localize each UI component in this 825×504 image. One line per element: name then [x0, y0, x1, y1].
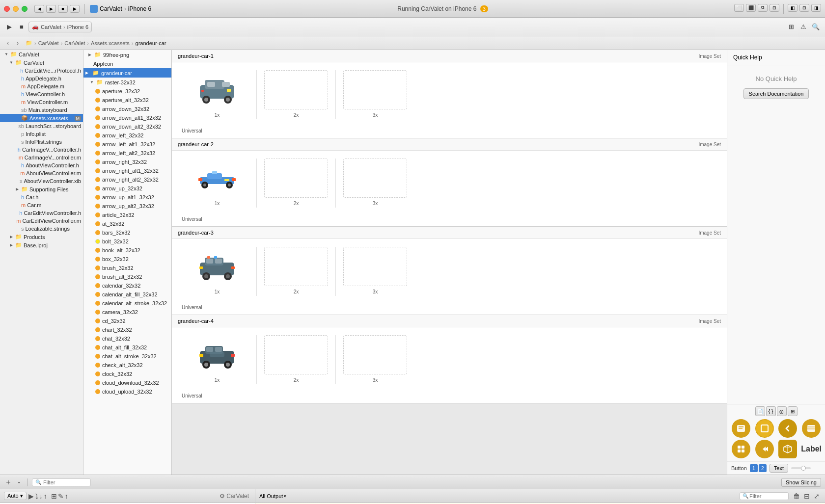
debug-btn[interactable]: ⊟ — [799, 4, 809, 12]
obj-item-collectionvc[interactable] — [730, 440, 752, 458]
obj-item-cube[interactable] — [777, 440, 799, 458]
asset-slot-3x-2[interactable]: 3x — [336, 159, 414, 206]
file-item-brush-alt[interactable]: brush_alt_32x32 — [83, 272, 171, 281]
sidebar-item-appdelegate-h[interactable]: h AppDelegate.h — [0, 75, 83, 82]
file-item-chat[interactable]: chat_32x32 — [83, 334, 171, 343]
toolbar-search-btn[interactable]: 🔍 — [810, 22, 821, 32]
file-item-check-alt[interactable]: check_alt_32x32 — [83, 361, 171, 370]
maximize-button[interactable] — [22, 6, 28, 12]
num-1-box[interactable]: 1 — [750, 464, 758, 472]
step-out-btn[interactable]: ↑ — [44, 492, 47, 500]
file-item-arrow-right-alt2[interactable]: arrow_right_alt2_32x32 — [83, 175, 171, 184]
asset-slot-2x-1[interactable]: 2x — [257, 70, 335, 118]
step-over-btn[interactable]: ⤵ — [35, 492, 38, 500]
slider-control[interactable] — [791, 467, 811, 469]
file-item-cloud-download[interactable]: cloud_download_32x32 — [83, 378, 171, 387]
obj-tab-curly[interactable]: { } — [766, 406, 776, 416]
sidebar-item-assets[interactable]: 📦 Assets.xcassets M — [0, 114, 83, 122]
output-filter-input[interactable] — [749, 493, 786, 499]
navigator-btn[interactable]: ◧ — [788, 4, 798, 12]
sidebar-item-carimagevc-m[interactable]: m CarImageV...ontroller.m — [0, 154, 83, 161]
sidebar-item-aboutvc-h[interactable]: h AboutViewController.h — [0, 161, 83, 169]
sidebar-item-appdelegate-m[interactable]: m AppDelegate.m — [0, 82, 83, 90]
sidebar-item-launch[interactable]: sb LaunchScr...storyboard — [0, 122, 83, 130]
file-item-bolt[interactable]: bolt_32x32 — [83, 237, 171, 246]
fullscreen-btn[interactable]: ⤢ — [812, 492, 821, 501]
file-item-box[interactable]: box_32x32 — [83, 255, 171, 264]
file-item-calendar-alt-fill[interactable]: calendar_alt_fill_32x32 — [83, 290, 171, 299]
sidebar-item-info-plist[interactable]: p Info.plist — [0, 130, 83, 138]
sidebar-item-supporting-files[interactable]: 📁 Supporting Files — [0, 185, 83, 193]
file-item-camera[interactable]: camera_32x32 — [83, 308, 171, 317]
breadcrumb-item-1[interactable]: CarValet — [38, 40, 59, 46]
file-item-cloud-upload[interactable]: cloud_upload_32x32 — [83, 387, 171, 396]
file-item-chart[interactable]: chart_32x32 — [83, 325, 171, 334]
stop-btn[interactable]: ■ — [58, 5, 68, 13]
asset-slot-3x-3[interactable]: 3x — [336, 247, 414, 294]
sidebar-item-products[interactable]: 📁 Products — [0, 233, 83, 241]
file-item-arrow-down[interactable]: arrow_down_32x32 — [83, 105, 171, 113]
sidebar-item-main-storyboard[interactable]: sb Main.storyboard — [0, 106, 83, 114]
assistant-btn[interactable]: ⧉ — [758, 4, 768, 12]
obj-tab-file[interactable]: 📄 — [755, 406, 765, 416]
sidebar-item-aboutvc-m[interactable]: m AboutViewController.m — [0, 169, 83, 177]
stop-run-btn[interactable]: ■ — [16, 22, 27, 32]
obj-tab-grid[interactable]: ⊞ — [788, 406, 798, 416]
run-btn[interactable]: ▶ — [4, 22, 15, 32]
sidebar-item-viewcontroller-m[interactable]: m ViewController.m — [0, 98, 83, 106]
asset-slot-3x-4[interactable]: 3x — [336, 335, 414, 383]
asset-slot-1x-4[interactable]: 1x — [178, 335, 256, 383]
asset-slot-2x-3[interactable]: 2x — [257, 247, 335, 294]
asset-slot-1x-3[interactable]: 1x — [178, 247, 256, 294]
file-item-arrow-down-alt2[interactable]: arrow_down_alt2_32x32 — [83, 122, 171, 131]
file-item-calendar[interactable]: calendar_32x32 — [83, 281, 171, 290]
file-group-grandeur-car[interactable]: ▶ 📁 grandeur-car — [83, 68, 171, 78]
file-item-cd[interactable]: cd_32x32 — [83, 317, 171, 325]
breadcrumb-item-3[interactable]: Assets.xcassets — [91, 40, 130, 46]
remove-asset-button[interactable]: - — [15, 478, 24, 487]
sidebar-item-careditvc-m[interactable]: m CarEditViewController.m — [0, 217, 83, 225]
sidebar-item-carimagevc-h[interactable]: h CarImageV...Controller.h — [0, 146, 83, 154]
file-item-arrow-right[interactable]: arrow_right_32x32 — [83, 158, 171, 166]
asset-slot-1x-1[interactable]: 1x — [178, 70, 256, 118]
file-item-appicon[interactable]: AppIcon — [83, 59, 171, 68]
play-btn[interactable]: ▶ — [70, 5, 80, 13]
file-group-raster[interactable]: 📁 raster-32x32 — [83, 78, 171, 87]
sidebar-item-careditvc-h[interactable]: h CarEditViewController.h — [0, 209, 83, 217]
breadcrumb-forward-btn[interactable]: › — [14, 39, 22, 47]
text-button[interactable]: Text — [770, 464, 788, 473]
asset-slot-2x-2[interactable]: 2x — [257, 159, 335, 206]
minimize-button[interactable] — [13, 6, 19, 12]
sidebar-item-infoplist-strings[interactable]: s InfoPlist.strings — [0, 138, 83, 146]
sidebar-item-car-m[interactable]: m Car.m — [0, 201, 83, 209]
num-2-box[interactable]: 2 — [759, 464, 767, 472]
file-item-article[interactable]: article_32x32 — [83, 211, 171, 219]
view-btn[interactable]: ⊞ — [51, 492, 57, 500]
version-editor-btn[interactable]: ⊟ — [770, 4, 779, 12]
file-item-arrow-left[interactable]: arrow_left_32x32 — [83, 131, 171, 140]
file-item-arrow-up-alt2[interactable]: arrow_up_alt2_32x32 — [83, 202, 171, 211]
file-item-chat-alt-fill[interactable]: chat_alt_fill_32x32 — [83, 343, 171, 352]
breadcrumb-back-btn[interactable]: ‹ — [4, 39, 12, 47]
search-documentation-button[interactable]: Search Documentation — [743, 88, 809, 99]
obj-tab-circle[interactable]: ◎ — [777, 406, 787, 416]
all-output-selector[interactable]: All Output ▾ — [259, 493, 286, 499]
toolbar-grid-btn[interactable]: ⊞ — [786, 22, 797, 32]
auto-button[interactable]: Auto ▾ — [4, 492, 27, 500]
utilities-btn[interactable]: ◨ — [811, 4, 821, 12]
file-item-aperture-alt[interactable]: aperture_alt_32x32 — [83, 96, 171, 105]
sidebar-item-base-lproj[interactable]: 📁 Base.lproj — [0, 241, 83, 249]
file-group-99free[interactable]: 📁 99free-png — [83, 50, 171, 59]
edit-btn[interactable]: ✎ — [58, 492, 64, 500]
carvalet-label[interactable]: ⚙ CarValet — [218, 492, 251, 500]
file-item-arrow-left-alt2[interactable]: arrow_left_alt2_32x32 — [83, 149, 171, 158]
file-item-aperture[interactable]: aperture_32x32 — [83, 87, 171, 96]
file-item-calendar-alt-stroke[interactable]: calendar_alt_stroke_32x32 — [83, 299, 171, 308]
clear-btn[interactable]: 🗑 — [792, 492, 801, 501]
sidebar-item-carvalet-root[interactable]: 📁 CarValet — [0, 50, 83, 58]
sidebar-item-aboutvc-xib[interactable]: x AboutViewController.xib — [0, 177, 83, 185]
close-button[interactable] — [4, 6, 10, 12]
show-slicing-button[interactable]: Show Slicing — [781, 478, 821, 487]
obj-item-view[interactable] — [754, 419, 775, 438]
asset-slot-3x-1[interactable]: 3x — [336, 70, 414, 118]
